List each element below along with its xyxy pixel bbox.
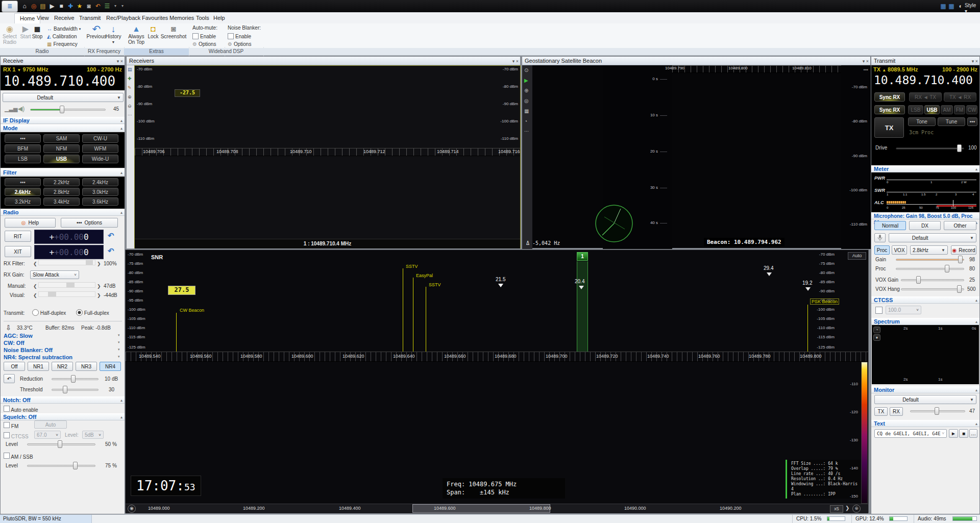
favourite-star-icon[interactable]: ★ — [76, 2, 84, 10]
filter-section[interactable]: Filter▴ — [1, 169, 125, 176]
options-button[interactable]: •••Options — [61, 218, 118, 228]
receiver-1-band[interactable] — [577, 261, 588, 352]
text-section[interactable]: Text▴ — [871, 420, 979, 427]
palette-icon[interactable]: ✎ — [128, 85, 132, 90]
tx-ctcss-checkbox[interactable] — [875, 307, 883, 315]
proc-slider[interactable] — [896, 268, 964, 270]
previous-button[interactable]: ↶Previous — [87, 24, 106, 39]
nr-dropdown-icon[interactable]: ▾ — [118, 355, 120, 359]
proc-handle[interactable] — [945, 265, 949, 272]
manual-right-arrow[interactable]: ❯ — [97, 284, 101, 289]
bandwidth-button[interactable]: ↔Bandwidth▾ — [47, 26, 81, 32]
ctcss-tone-dropdown[interactable]: 67.0˅ — [34, 431, 61, 439]
mode-wideu-button[interactable]: Wide-U — [82, 155, 118, 163]
rx-filter-left-arrow[interactable]: ❮ — [33, 261, 37, 266]
filter-24-button[interactable]: 2.4kHz — [82, 178, 118, 186]
zoom-out-icon[interactable]: ⊖ — [128, 104, 132, 109]
psk-beacon-marker-label[interactable]: PSK Beacon — [810, 298, 839, 305]
nr-off-button[interactable]: Off — [4, 362, 25, 371]
rx-gain-dropdown[interactable]: Slow Attack˅ — [30, 270, 79, 279]
xit-display[interactable]: ++00.000 — [34, 245, 104, 259]
start-button[interactable]: ▶Start — [20, 24, 31, 39]
grid-icon[interactable]: ▦ — [524, 108, 529, 114]
full-duplex-radio[interactable]: Full-duplex — [76, 309, 109, 316]
collapse-icon[interactable]: ▾ — [117, 59, 119, 64]
cw-status[interactable]: CW: Off — [4, 340, 24, 346]
half-duplex-radio[interactable]: Half-duplex — [32, 309, 66, 316]
monitor-section[interactable]: Monitor▴ — [871, 386, 979, 393]
microphone-section[interactable]: Microphone: Gain 98, Boost 5.0 dB, Proc … — [871, 212, 979, 219]
drive-slider[interactable] — [896, 147, 964, 150]
contrast-icon[interactable]: ◔ — [524, 118, 527, 124]
mode-lsb-button[interactable]: LSB — [5, 155, 41, 163]
visual-thumb[interactable] — [48, 292, 56, 296]
rx-filter-right-arrow[interactable]: ❯ — [97, 261, 101, 266]
mic-dx-button[interactable]: DX — [909, 221, 941, 230]
noise-blanker-options[interactable]: ⚙Options — [228, 41, 251, 47]
tx-bandwidth-dropdown[interactable]: 2.8kHz▼ — [910, 245, 948, 255]
text-stop-button[interactable]: ■ — [959, 429, 968, 438]
speaker-icon[interactable]: ◀) — [18, 105, 24, 112]
always-on-top-button[interactable]: ▲ AlwaysOn Top — [127, 24, 146, 45]
text-play-button[interactable]: ► — [949, 429, 958, 438]
filter-26-button[interactable]: 2.6kHz — [5, 188, 41, 196]
target-icon[interactable]: ◎ — [524, 98, 529, 104]
mic-profile-dropdown[interactable]: Default▼ — [889, 233, 976, 242]
scroll-home-icon[interactable]: ◉ — [128, 505, 136, 513]
monitor-profile-dropdown[interactable]: Default▼ — [874, 395, 976, 404]
select-radio-button[interactable]: ◉ SelectRadio — [1, 24, 18, 45]
mic-other-button[interactable]: Other — [944, 221, 976, 230]
text-more-button[interactable]: … — [969, 429, 977, 438]
filter-36-button[interactable]: 3.6kHz — [82, 197, 118, 206]
auto-mute-enable[interactable]: Enable — [192, 33, 216, 39]
rx-frequency-value[interactable]: 10.489.710.400 — [4, 73, 122, 89]
rx-profile-dropdown[interactable]: Default▼ — [3, 93, 124, 102]
tx-ctcss-dropdown[interactable]: 100.0˅ — [886, 306, 921, 314]
nr2-button[interactable]: NR2 — [52, 362, 73, 371]
nb-dropdown-icon[interactable]: ▾ — [118, 347, 120, 352]
graphic-eq-icon[interactable]: ▁▃▅ — [5, 106, 17, 112]
manual-thumb[interactable] — [66, 283, 75, 287]
scroll-right-icon[interactable]: ❯ — [845, 505, 849, 511]
vox-hang-handle[interactable] — [957, 285, 962, 293]
rit-reset-icon[interactable]: ↶ — [108, 231, 114, 240]
center-icon[interactable]: ⊕ — [524, 88, 528, 93]
threshold-slider[interactable] — [52, 389, 99, 391]
gain-slider[interactable] — [896, 259, 964, 261]
mic-select-button[interactable] — [874, 233, 886, 242]
nr-status[interactable]: NR4: Spectral subtraction — [4, 354, 72, 360]
mode-nfm-button[interactable]: NFM — [43, 144, 80, 153]
tx-mode-lsb[interactable]: LSB — [908, 105, 923, 114]
reduction-handle[interactable] — [71, 375, 76, 383]
stop-icon[interactable]: ■ — [57, 2, 65, 10]
wideband-scroll-axis[interactable]: ◉ 10489.000 10489.200 10489.400 10489.60… — [126, 504, 868, 513]
more-icon[interactable]: ⋯ — [524, 129, 529, 134]
home-icon[interactable]: ⌂ — [20, 2, 29, 10]
squelch-section[interactable]: Squelch: Off▴ — [1, 413, 125, 420]
tab-help[interactable]: Help — [208, 13, 230, 23]
filter-34-button[interactable]: 3.4kHz — [43, 197, 80, 206]
cw-beacon-marker-label[interactable]: CW Beacon — [180, 308, 204, 313]
ctcss-section[interactable]: CTCSS▴ — [871, 296, 979, 304]
help-button[interactable]: ◎Help — [5, 218, 56, 228]
gain-handle[interactable] — [958, 256, 963, 263]
sstv2-marker-label[interactable]: SSTV — [429, 282, 441, 287]
folder-icon[interactable]: ▤ — [39, 2, 47, 10]
help-lifering-icon[interactable]: ◎ — [30, 2, 38, 10]
play-icon[interactable]: ▶ — [524, 78, 528, 83]
visual-right-arrow[interactable]: ❯ — [97, 293, 101, 298]
noise-blanker-status[interactable]: Noise Blanker: Off — [4, 347, 53, 353]
zoom-reset-icon[interactable]: ⊕ — [852, 505, 861, 513]
mode-section[interactable]: Mode▴ — [1, 124, 125, 132]
display2-icon[interactable]: ▦ — [947, 2, 955, 10]
undo-icon[interactable]: ↶ — [94, 2, 102, 10]
fm-level-handle[interactable] — [58, 440, 62, 448]
beacon-waterfall[interactable] — [672, 72, 841, 249]
rx-from-tx-button[interactable]: RX ◄ TX — [909, 92, 942, 102]
manual-left-arrow[interactable]: ❮ — [33, 284, 37, 289]
agc-status[interactable]: AGC: Slow — [4, 333, 33, 339]
mode-wfm-button[interactable]: WFM — [82, 144, 118, 153]
monitor-level-handle[interactable] — [935, 407, 939, 415]
lock-button[interactable]: ◘Lock — [147, 24, 159, 39]
volume-slider-handle[interactable] — [60, 106, 64, 113]
